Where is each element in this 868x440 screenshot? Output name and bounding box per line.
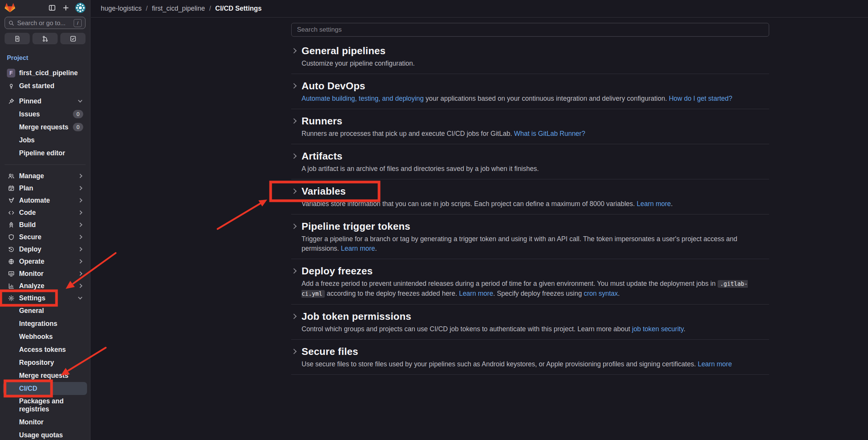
sidebar-item-label: Analyze xyxy=(19,282,44,290)
sidebar-header xyxy=(0,0,90,15)
todos-button[interactable] xyxy=(60,33,86,44)
sidebar-item-operate[interactable]: Operate xyxy=(3,255,87,268)
sidebar-item-build[interactable]: Build xyxy=(3,219,87,231)
gitlab-logo-icon[interactable] xyxy=(5,3,15,13)
sidebar-item-label: Repository xyxy=(19,359,54,367)
section-expand-header[interactable]: Variables xyxy=(291,185,769,197)
sidebar-item-analyze[interactable]: Analyze xyxy=(3,280,87,292)
section-title: Secure files xyxy=(302,346,358,358)
link[interactable]: Automate building, testing, and deployin… xyxy=(302,95,424,102)
section-expand-header[interactable]: Auto DevOps xyxy=(291,80,769,92)
sidebar-item-label: Settings xyxy=(19,294,45,302)
section-expand-header[interactable]: General pipelines xyxy=(291,45,769,56)
link[interactable]: Learn more xyxy=(698,360,732,368)
sidebar-item-monitor[interactable]: Monitor xyxy=(3,268,87,280)
link[interactable]: How do I get started? xyxy=(669,95,732,102)
description-text: Runners are processes that pick up and e… xyxy=(302,130,514,137)
sidebar-item-automate[interactable]: Automate xyxy=(3,194,87,206)
create-new-icon[interactable] xyxy=(61,3,70,12)
chevron-right-icon xyxy=(78,198,82,202)
section-title: Pipeline trigger tokens xyxy=(302,221,410,232)
link[interactable]: What is GitLab Runner? xyxy=(514,130,585,137)
section-description: Control which groups and projects can us… xyxy=(302,324,769,334)
sidebar-item-issues[interactable]: Issues0 xyxy=(3,108,87,121)
sidebar-item-merge-requests[interactable]: Merge requests0 xyxy=(3,121,87,134)
shield-icon xyxy=(7,234,15,240)
link[interactable]: Learn more xyxy=(637,200,671,208)
annotation-arrow-to-variables xyxy=(218,203,261,229)
sidebar-item-pipeline-editor[interactable]: Pipeline editor xyxy=(3,147,87,160)
sidebar-item-ci-cd[interactable]: CI/CD xyxy=(3,382,87,395)
cicd-settings-content: General pipelinesCustomize your pipeline… xyxy=(291,18,769,375)
section-expand-header[interactable]: Secure files xyxy=(291,346,769,357)
nav-list: ManagePlanAutomateCodeBuildSecureDeployO… xyxy=(3,170,87,304)
issues-icon xyxy=(14,35,21,42)
pinned-label: Pinned xyxy=(19,97,41,105)
description-text: . xyxy=(375,245,377,252)
global-search-input[interactable]: Search or go to... / xyxy=(5,17,86,29)
chevron-right-icon xyxy=(78,247,82,251)
chevron-right-icon xyxy=(78,284,82,288)
sidebar-item-pinned[interactable]: Pinned xyxy=(3,95,87,108)
sidebar-toggle-icon[interactable] xyxy=(48,3,56,12)
section-title: Auto DevOps xyxy=(302,80,365,92)
section-expand-header[interactable]: Job token permissions xyxy=(291,311,769,322)
sidebar-item-packages-and-registries[interactable]: Packages and registries xyxy=(3,395,84,416)
sidebar-item-label: Build xyxy=(19,221,36,229)
link[interactable]: job token security xyxy=(632,325,684,333)
sidebar-item-usage-quotas[interactable]: Usage quotas xyxy=(3,429,87,440)
sidebar-item-secure[interactable]: Secure xyxy=(3,231,87,243)
section-title: Runners xyxy=(302,115,342,127)
globe-icon xyxy=(7,258,15,265)
sidebar-item-label: Jobs xyxy=(19,136,35,144)
sidebar-item-merge-requests[interactable]: Merge requests xyxy=(3,369,87,382)
sidebar-item-label: Code xyxy=(19,209,36,217)
chevron-right-icon xyxy=(291,189,297,194)
sidebar-item-label: Pipeline editor xyxy=(19,149,65,157)
description-text: Variables store information that you can… xyxy=(302,200,637,208)
link[interactable]: Learn more xyxy=(459,290,493,297)
section-expand-header[interactable]: Runners xyxy=(291,115,769,127)
sidebar-item-access-tokens[interactable]: Access tokens xyxy=(3,343,87,356)
sidebar-item-project[interactable]: F first_cicd_pipeline xyxy=(3,66,87,79)
breadcrumb-item-huge-logistics[interactable]: huge-logistics xyxy=(101,5,142,13)
link[interactable]: Learn more xyxy=(341,245,375,252)
sidebar-item-jobs[interactable]: Jobs xyxy=(3,134,87,147)
section-expand-header[interactable]: Deploy freezes xyxy=(291,265,769,277)
settings-sections: General pipelinesCustomize your pipeline… xyxy=(291,45,769,375)
sidebar-item-repository[interactable]: Repository xyxy=(3,356,87,369)
sidebar-item-deploy[interactable]: Deploy xyxy=(3,243,87,255)
rocket-icon xyxy=(7,222,15,228)
section-expand-header[interactable]: Pipeline trigger tokens xyxy=(291,221,769,232)
section-expand-header[interactable]: Artifacts xyxy=(291,150,769,162)
link[interactable]: cron syntax xyxy=(584,290,618,297)
breadcrumb-item-first-cicd-pipeline[interactable]: first_cicd_pipeline xyxy=(152,5,205,13)
settings-section-deploy-freezes: Deploy freezesAdd a freeze period to pre… xyxy=(291,265,769,305)
sidebar-item-get-started[interactable]: Get started xyxy=(3,79,87,92)
sidebar-item-integrations[interactable]: Integrations xyxy=(3,317,87,330)
topbar: huge-logistics/first_cicd_pipeline/CI/CD… xyxy=(91,0,868,18)
sidebar-item-label: Manage xyxy=(19,172,44,180)
get-started-label: Get started xyxy=(19,82,54,90)
section-description: Customize your pipeline configuration. xyxy=(302,59,769,68)
sidebar-item-code[interactable]: Code xyxy=(3,206,87,219)
sidebar-item-monitor[interactable]: Monitor xyxy=(3,416,87,429)
issues-button[interactable] xyxy=(5,33,30,44)
sidebar-item-label: Issues xyxy=(19,110,40,118)
monitor-icon xyxy=(7,271,15,277)
user-avatar[interactable] xyxy=(75,3,86,13)
description-text: Customize your pipeline configuration. xyxy=(302,60,415,67)
sidebar-item-general[interactable]: General xyxy=(3,304,87,317)
sidebar-item-label: Webhooks xyxy=(19,333,53,341)
sidebar-item-plan[interactable]: Plan xyxy=(3,182,87,194)
lightbulb-icon xyxy=(7,83,15,89)
sidebar-item-manage[interactable]: Manage xyxy=(3,170,87,182)
settings-search-input[interactable] xyxy=(291,23,769,37)
project-section-label: Project xyxy=(3,54,87,62)
merge-request-button[interactable] xyxy=(32,33,58,44)
settings-submenu: GeneralIntegrationsWebhooksAccess tokens… xyxy=(3,304,87,440)
sidebar-item-webhooks[interactable]: Webhooks xyxy=(3,330,87,343)
section-description: Variables store information that you can… xyxy=(302,199,769,209)
sidebar-item-settings[interactable]: Settings xyxy=(3,292,87,304)
sidebar-item-label: Deploy xyxy=(19,245,41,253)
